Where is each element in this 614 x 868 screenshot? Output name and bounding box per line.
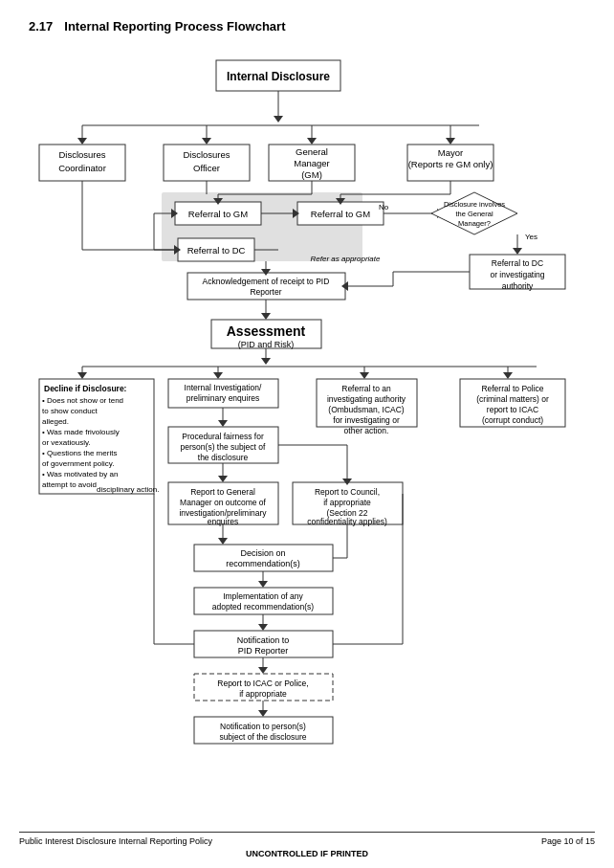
- svg-text:Assessment: Assessment: [227, 323, 306, 339]
- svg-text:• Was made frivolously: • Was made frivolously: [42, 428, 120, 436]
- svg-text:Referral to GM: Referral to GM: [188, 209, 248, 219]
- svg-text:Implementation of any: Implementation of any: [223, 591, 303, 601]
- svg-text:Notification to: Notification to: [237, 635, 290, 645]
- svg-text:(corrupt conduct): (corrupt conduct): [482, 415, 543, 425]
- svg-text:(PID and Risk): (PID and Risk): [238, 340, 295, 349]
- footer-top-row: Public Interest Disclosure Internal Repo…: [19, 832, 595, 846]
- svg-marker-81: [261, 358, 271, 365]
- svg-text:preliminary enquires: preliminary enquires: [186, 393, 260, 403]
- svg-marker-139: [218, 538, 228, 545]
- svg-text:Mayor: Mayor: [438, 147, 463, 158]
- svg-text:subject of the disclosure: subject of the disclosure: [219, 732, 306, 742]
- svg-marker-124: [218, 476, 228, 482]
- svg-text:or vexatiously.: or vexatiously.: [42, 438, 91, 447]
- svg-text:PID Reporter: PID Reporter: [238, 646, 289, 656]
- svg-text:disciplinary action.: disciplinary action.: [97, 485, 159, 494]
- section-title: Internal Reporting Process Flowchart: [64, 19, 285, 33]
- footer-right: Page 10 of 15: [541, 836, 595, 846]
- svg-text:• Does not show or tend: • Does not show or tend: [42, 396, 123, 405]
- svg-text:Report to Council,: Report to Council,: [315, 487, 380, 497]
- svg-text:if appropriate: if appropriate: [239, 689, 287, 699]
- svg-text:for investigating or: for investigating or: [333, 415, 400, 425]
- svg-text:Notification to person(s): Notification to person(s): [220, 722, 306, 731]
- svg-marker-90: [503, 372, 513, 379]
- svg-text:the disclosure: the disclosure: [198, 453, 249, 462]
- svg-marker-2: [274, 116, 283, 122]
- flowchart-svg: Internal Disclosure Disclosures Coordina…: [30, 51, 584, 835]
- svg-marker-11: [446, 138, 455, 145]
- svg-text:Referral to DC: Referral to DC: [492, 258, 543, 268]
- svg-text:Disclosure involves: Disclosure involves: [444, 200, 505, 209]
- internal-disclosure-label: Internal Disclosure: [227, 70, 330, 83]
- svg-marker-146: [258, 581, 268, 588]
- svg-marker-160: [258, 667, 268, 674]
- svg-text:Coordinator: Coordinator: [58, 163, 106, 173]
- svg-text:report to ICAC: report to ICAC: [487, 405, 538, 414]
- svg-text:Acknowledgement of receipt to : Acknowledgement of receipt to PID: [203, 277, 330, 286]
- svg-text:attempt to avoid: attempt to avoid: [42, 480, 97, 489]
- svg-text:Disclosures: Disclosures: [183, 149, 230, 160]
- svg-text:Report to General: Report to General: [190, 487, 255, 497]
- svg-text:Procedural fairness for: Procedural fairness for: [182, 432, 264, 441]
- svg-text:Manager?: Manager?: [458, 219, 491, 228]
- svg-marker-118: [218, 420, 228, 427]
- svg-text:Referral to DC: Referral to DC: [187, 245, 246, 256]
- svg-marker-165: [258, 710, 268, 717]
- svg-text:Officer: Officer: [193, 163, 220, 173]
- svg-marker-151: [258, 624, 268, 631]
- page-footer: Public Interest Disclosure Internal Repo…: [0, 832, 614, 858]
- section-number: 2.17: [29, 19, 53, 33]
- svg-marker-88: [360, 372, 369, 379]
- svg-text:Referral to Police: Referral to Police: [481, 384, 543, 393]
- svg-text:Disclosures: Disclosures: [58, 149, 105, 160]
- svg-marker-84: [77, 372, 87, 379]
- svg-text:(criminal matters) or: (criminal matters) or: [476, 394, 549, 404]
- svg-text:• Was motivated by an: • Was motivated by an: [42, 470, 118, 479]
- svg-text:alleged.: alleged.: [42, 417, 69, 426]
- svg-text:(Ombudsman, ICAC): (Ombudsman, ICAC): [328, 405, 405, 414]
- svg-text:Yes: Yes: [525, 233, 537, 241]
- svg-marker-7: [202, 138, 211, 145]
- svg-marker-86: [213, 372, 223, 379]
- svg-text:person(s) the subject of: person(s) the subject of: [181, 442, 266, 452]
- svg-text:Decision on: Decision on: [240, 548, 285, 558]
- flowchart-container: Internal Disclosure Disclosures Coordina…: [30, 51, 584, 837]
- svg-marker-76: [261, 313, 271, 320]
- svg-text:if appropriate: if appropriate: [323, 498, 371, 507]
- svg-text:Manager on outcome of: Manager on outcome of: [180, 498, 266, 507]
- svg-marker-9: [307, 138, 317, 145]
- svg-text:Reporter: Reporter: [250, 287, 281, 297]
- svg-marker-5: [77, 138, 87, 145]
- svg-text:authority: authority: [502, 281, 534, 291]
- svg-text:adopted recommendation(s): adopted recommendation(s): [212, 602, 314, 612]
- svg-text:Refer as appropriate: Refer as appropriate: [311, 255, 381, 263]
- svg-text:Internal Investigation/: Internal Investigation/: [185, 383, 262, 392]
- footer-left: Public Interest Disclosure Internal Repo…: [19, 836, 212, 846]
- footer-bottom-text: UNCONTROLLED IF PRINTED: [19, 849, 595, 858]
- svg-text:Decline if Disclosure:: Decline if Disclosure:: [44, 384, 127, 393]
- page-header: 2.17 Internal Reporting Process Flowchar…: [29, 19, 585, 33]
- svg-text:recommendation(s): recommendation(s): [226, 559, 300, 568]
- svg-text:the General: the General: [455, 210, 493, 218]
- svg-text:No: No: [379, 203, 389, 211]
- svg-text:Report to ICAC or Police,: Report to ICAC or Police,: [217, 679, 308, 688]
- svg-text:to show conduct: to show conduct: [42, 407, 99, 415]
- svg-text:• Questions the merits: • Questions the merits: [42, 449, 117, 457]
- svg-text:of government policy.: of government policy.: [42, 459, 114, 468]
- svg-text:(GM): (GM): [301, 169, 322, 180]
- svg-text:investigating authority: investigating authority: [327, 394, 406, 404]
- svg-text:(Reports re GM only): (Reports re GM only): [408, 159, 493, 169]
- svg-marker-51: [513, 248, 522, 255]
- svg-text:General: General: [296, 146, 328, 157]
- svg-text:other action.: other action.: [344, 426, 389, 435]
- svg-text:Referral to GM: Referral to GM: [311, 209, 370, 219]
- svg-text:Manager: Manager: [294, 158, 330, 168]
- svg-text:Referral to an: Referral to an: [341, 384, 391, 393]
- svg-text:or investigating: or investigating: [490, 270, 544, 279]
